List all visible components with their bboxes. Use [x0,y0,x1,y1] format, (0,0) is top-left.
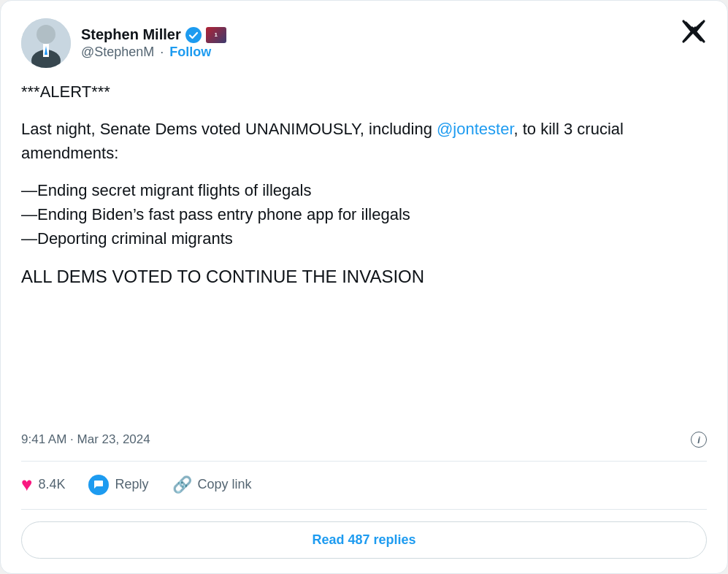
svg-point-1 [37,25,55,44]
reply-icon [93,479,104,491]
reply-bubble-icon [88,475,109,495]
badge-icon: 1 [206,27,226,43]
copy-link-action[interactable]: 🔗 Copy link [172,475,252,494]
tweet-actions: ♥ 8.4K Reply 🔗 Copy link [21,473,707,496]
tweet-content: ***ALERT*** Last night, Senate Dems vote… [21,80,707,420]
read-replies-label: Read 487 replies [312,532,415,547]
separator-dot: · [160,45,164,60]
tweet-header: Stephen Miller 1 @StephenM · Follow [21,18,707,68]
bullets: —Ending secret migrant flights of illega… [21,178,707,250]
mention-jontester[interactable]: @jontester [437,120,514,138]
bullet3: —Deporting criminal migrants [21,229,233,248]
alert-line: ***ALERT*** [21,80,707,104]
reply-label: Reply [115,477,148,492]
tweet-header-left: Stephen Miller 1 @StephenM · Follow [21,18,226,68]
bullet2: —Ending Biden’s fast pass entry phone ap… [21,205,410,223]
heart-icon: ♥ [21,473,32,496]
bullet1: —Ending secret migrant flights of illega… [21,181,311,199]
user-handle-row: @StephenM · Follow [81,45,226,60]
paragraph1-prefix: Last night, Senate Dems voted UNANIMOUSL… [21,120,437,138]
closing-line: ALL DEMS VOTED TO CONTINUE THE INVASION [21,264,707,290]
info-icon[interactable]: i [691,432,707,448]
timestamp-text: 9:41 AM · Mar 23, 2024 [21,432,150,447]
likes-action[interactable]: ♥ 8.4K [21,473,65,496]
likes-count: 8.4K [38,477,65,492]
follow-button[interactable]: Follow [169,45,211,60]
read-replies-button[interactable]: Read 487 replies [21,521,707,559]
verified-icon [185,27,202,43]
x-logo [681,18,707,45]
user-handle: @StephenM [81,45,154,60]
tweet-card: Stephen Miller 1 @StephenM · Follow [0,0,728,574]
svg-point-5 [185,27,202,43]
reply-action[interactable]: Reply [88,475,148,495]
display-name: Stephen Miller [81,26,181,43]
user-name-row: Stephen Miller 1 [81,26,226,43]
copy-link-label: Copy link [198,477,252,492]
paragraph1: Last night, Senate Dems voted UNANIMOUSL… [21,117,707,165]
user-info: Stephen Miller 1 @StephenM · Follow [81,26,226,60]
tweet-timestamp: 9:41 AM · Mar 23, 2024 i [21,432,707,448]
divider-bottom [21,509,707,510]
divider-top [21,461,707,462]
avatar[interactable] [21,18,71,68]
link-icon: 🔗 [172,475,192,494]
